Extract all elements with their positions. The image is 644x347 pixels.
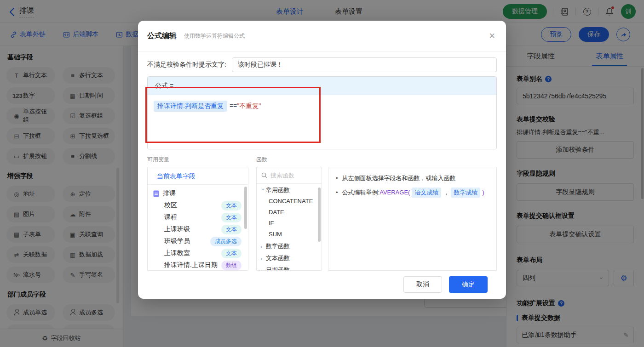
functions-panel: ›常用函数 CONCATENATE DATE IF SUM ›数学函数 ›文本函… bbox=[256, 167, 322, 271]
help-function-close: ) bbox=[482, 188, 484, 197]
formula-value: "不重复" bbox=[237, 102, 261, 109]
document-icon bbox=[153, 190, 159, 197]
current-form-fields-tab[interactable]: 当前表单字段 bbox=[148, 167, 248, 185]
function-search-input[interactable] bbox=[270, 172, 312, 179]
type-badge: 成员多选 bbox=[210, 237, 242, 246]
help-comma: ， bbox=[443, 188, 449, 197]
functions-scrollbar[interactable] bbox=[318, 188, 321, 242]
chevron-right-icon: › bbox=[260, 243, 266, 250]
function-group-common[interactable]: ›常用函数 bbox=[257, 185, 322, 196]
formula-editor-modal: 公式编辑 使用数学运算符编辑公式 × 不满足校验条件时提示文字: 公式 = 排课… bbox=[138, 21, 506, 299]
example-chip: 数学成绩 bbox=[451, 188, 480, 198]
formula-editor: 公式 = 排课详情.判断是否重复=="不重复" bbox=[147, 76, 497, 149]
variables-panel: 当前表单字段 排课 校区文本 课程文本 上课班级文本 班级学员成员多选 上课教室… bbox=[147, 167, 248, 271]
type-badge: 文本 bbox=[221, 201, 242, 210]
type-badge: 文本 bbox=[221, 225, 242, 234]
chevron-down-icon: › bbox=[260, 188, 267, 193]
variable-row[interactable]: 校区文本 bbox=[148, 199, 248, 211]
chevron-right-icon: › bbox=[260, 267, 266, 271]
function-group-math[interactable]: ›数学函数 bbox=[257, 241, 322, 252]
variable-row[interactable]: 课程文本 bbox=[148, 211, 248, 223]
formula-field-chip[interactable]: 排课详情.判断是否重复 bbox=[154, 101, 227, 112]
chevron-right-icon: › bbox=[260, 255, 266, 262]
help-function-open: AVERAGE( bbox=[380, 188, 410, 197]
type-badge: 文本 bbox=[221, 213, 242, 222]
variables-scrollbar[interactable] bbox=[244, 187, 247, 229]
variable-row[interactable]: 上课班级文本 bbox=[148, 223, 248, 235]
functions-label: 函数 bbox=[256, 156, 267, 164]
variable-row[interactable]: 上课教室文本 bbox=[148, 247, 248, 259]
modal-title: 公式编辑 bbox=[147, 31, 177, 41]
type-badge: 文本 bbox=[221, 249, 242, 258]
modal-header: 公式编辑 使用数学运算符编辑公式 × bbox=[138, 21, 506, 52]
help-line-1: 从左侧面板选择字段名和函数，或输入函数 bbox=[342, 174, 456, 183]
prompt-text-input[interactable] bbox=[232, 57, 497, 72]
formula-input-area[interactable]: 排课详情.判断是否重复=="不重复" bbox=[148, 95, 496, 149]
variable-row[interactable]: 班级学员成员多选 bbox=[148, 235, 248, 247]
function-item[interactable]: SUM bbox=[257, 229, 322, 240]
function-item[interactable]: DATE bbox=[257, 207, 322, 218]
help-panel: •从左侧面板选择字段名和函数，或输入函数 • 公式编辑举例: AVERAGE( … bbox=[328, 167, 497, 271]
function-item[interactable]: CONCATENATE bbox=[257, 196, 322, 207]
modal-subtitle: 使用数学运算符编辑公式 bbox=[184, 32, 245, 40]
function-group-text[interactable]: ›文本函数 bbox=[257, 253, 322, 264]
search-icon bbox=[261, 172, 267, 178]
type-badge: 数组 bbox=[221, 261, 242, 270]
formula-header: 公式 = bbox=[148, 77, 496, 95]
function-item[interactable]: IF bbox=[257, 218, 322, 229]
variables-label: 可用变量 bbox=[147, 156, 169, 164]
confirm-button[interactable]: 确定 bbox=[449, 276, 488, 293]
function-group-date[interactable]: ›日期函数 bbox=[257, 265, 322, 271]
example-chip: 语文成绩 bbox=[412, 188, 441, 198]
help-example-prefix: 公式编辑举例: bbox=[342, 188, 380, 197]
close-icon[interactable]: × bbox=[489, 31, 495, 41]
variable-row[interactable]: 排课详情.上课日期数组 bbox=[148, 259, 248, 271]
formula-operator: == bbox=[230, 102, 237, 109]
form-root-node[interactable]: 排课 bbox=[148, 188, 248, 199]
cancel-button[interactable]: 取消 bbox=[403, 276, 442, 293]
prompt-text-label: 不满足校验条件时提示文字: bbox=[147, 61, 226, 69]
